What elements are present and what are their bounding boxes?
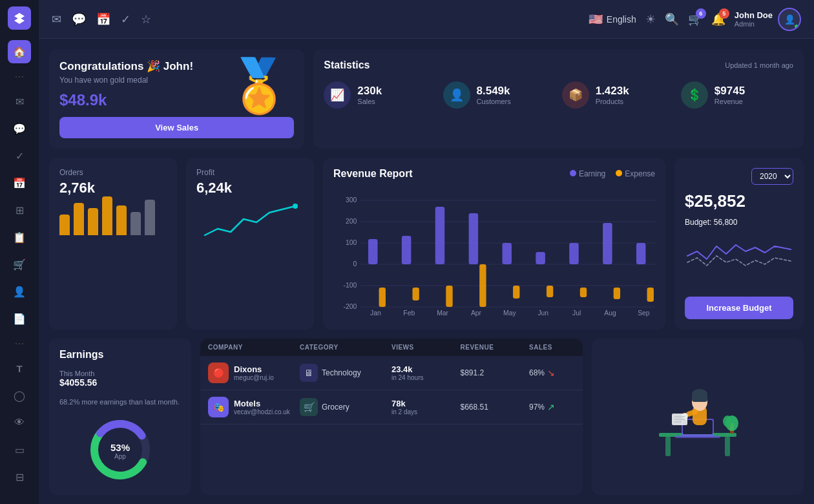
profit-card: Profit 6,24k	[186, 158, 314, 330]
svg-text:0: 0	[353, 260, 357, 268]
sidebar-item-card[interactable]: ▭	[8, 438, 31, 461]
td-category-2: 🛒 Grocery	[300, 398, 391, 416]
view-sales-button[interactable]: View Sales	[59, 117, 294, 138]
category-2-label: Grocery	[322, 403, 350, 412]
sidebar-item-cart[interactable]: 🛒	[8, 253, 31, 276]
stat-sales: 📈 230k Sales	[324, 81, 436, 109]
earnings-note: 68.2% more earnings than last month.	[59, 398, 181, 406]
svg-text:Jul: Jul	[572, 310, 581, 317]
table-row: 🔴 Dixons meguc@ruj.io 🖥 Technology 23.4k…	[200, 356, 583, 390]
svg-rect-48	[675, 436, 720, 438]
td-category-1: 🖥 Technology	[300, 364, 391, 382]
stats-row: 📈 230k Sales 👤 8.549k Customers	[324, 81, 793, 109]
avatar[interactable]: 👤	[778, 8, 801, 31]
user-role: Admin	[735, 20, 773, 28]
sidebar-item-eye[interactable]: 👁	[8, 411, 31, 434]
svg-rect-18	[446, 286, 452, 307]
stats-header: Statistics Updated 1 month ago	[324, 59, 793, 71]
sidebar-item-mail[interactable]: ✉	[8, 90, 31, 113]
star-icon[interactable]: ☆	[141, 12, 151, 26]
earnings-period: This Month	[59, 370, 181, 377]
td-company-1: 🔴 Dixons meguc@ruj.io	[208, 362, 300, 383]
svg-rect-13	[368, 239, 378, 264]
bar-5	[116, 205, 127, 235]
sidebar-item-check[interactable]: ✓	[8, 144, 31, 167]
bar-2	[74, 203, 84, 235]
svg-text:Jan: Jan	[370, 310, 381, 317]
svg-rect-45	[725, 437, 730, 456]
svg-rect-44	[665, 437, 671, 456]
cart-button[interactable]: 🛒 6	[688, 12, 702, 26]
dixons-logo: 🔴	[208, 362, 229, 383]
th-company: COMPANY	[208, 344, 300, 351]
views-main-2: 78k	[391, 399, 461, 408]
increase-budget-button[interactable]: Increase Budget	[685, 297, 793, 319]
motels-logo: 🎭	[208, 397, 229, 417]
svg-point-51	[723, 415, 732, 427]
topbar-nav-icons: ✉ 💬 📅 ✓ ☆	[52, 12, 151, 26]
orders-chart	[59, 203, 167, 235]
table-header: COMPANY CATEGORY VIEWS REVENUE SALES	[200, 339, 583, 356]
td-company-2: 🎭 Motels vecav@hodzi.co.uk	[208, 397, 300, 417]
calendar-icon[interactable]: 📅	[96, 12, 110, 26]
td-revenue-2: $668.51	[461, 403, 530, 412]
trend-up-icon: ↗	[547, 402, 555, 412]
customers-label: Customers	[477, 98, 511, 105]
donut-chart-wrap: 53% App	[59, 417, 181, 485]
budget-sparkline	[685, 233, 793, 272]
svg-text:300: 300	[346, 196, 357, 204]
revenue-icon: 💲	[681, 81, 708, 109]
donut-label: App	[110, 453, 130, 460]
sidebar-item-doc[interactable]: 📋	[8, 226, 31, 249]
revenue-chart: 300 200 100 0 -100 -200	[333, 187, 655, 317]
th-views: VIEWS	[391, 344, 461, 351]
svg-text:-200: -200	[344, 303, 357, 310]
svg-rect-25	[569, 243, 579, 264]
trend-down-icon: ↘	[547, 368, 555, 378]
revenue-card: Revenue Report Earning Expense 300	[323, 158, 665, 330]
sidebar-item-calendar[interactable]: 📅	[8, 171, 31, 194]
bar-6	[130, 212, 141, 235]
customers-value: 8.549k	[477, 85, 511, 98]
row-3: Earnings This Month $4055.56 68.2% more …	[49, 339, 804, 495]
sidebar-item-home[interactable]: 🏠	[8, 40, 31, 63]
svg-point-0	[293, 204, 298, 209]
views-sub-1: in 24 hours	[391, 374, 461, 381]
sidebar-item-grid[interactable]: ⊞	[8, 198, 31, 222]
revenue-title: Revenue Report	[333, 168, 413, 180]
svg-rect-29	[636, 243, 646, 264]
svg-text:100: 100	[346, 239, 357, 246]
svg-rect-20	[479, 264, 486, 307]
sales-pct-2: 97%	[529, 403, 545, 412]
earnings-amount: $4055.56	[59, 377, 181, 388]
chat-icon[interactable]: 💬	[72, 12, 86, 26]
revenue-header: Revenue Report Earning Expense	[333, 168, 655, 180]
sidebar-item-circle[interactable]: ◯	[8, 384, 31, 407]
task-icon[interactable]: ✓	[121, 12, 130, 26]
th-sales: SALES	[529, 344, 575, 351]
sidebar: 🏠 ··· ✉ 💬 ✓ 📅 ⊞ 📋 🛒 👤 📄 ··· T ◯ 👁 ▭ ⊟	[0, 0, 39, 504]
sidebar-item-user[interactable]: 👤	[8, 280, 31, 303]
sidebar-item-text[interactable]: T	[8, 357, 31, 380]
sidebar-item-box[interactable]: ⊟	[8, 465, 31, 488]
language-label: English	[607, 14, 636, 25]
notifications-button[interactable]: 🔔 5	[711, 12, 725, 26]
motels-email: vecav@hodzi.co.uk	[234, 408, 290, 415]
sidebar-item-chat[interactable]: 💬	[8, 117, 31, 140]
svg-text:Aug: Aug	[604, 310, 616, 317]
logo-icon[interactable]	[8, 6, 31, 30]
row-1: Congratulations 🎉 John! You have won gol…	[49, 49, 804, 149]
svg-text:Jun: Jun	[537, 310, 548, 317]
budget-value: 56,800	[714, 218, 738, 227]
mail-icon[interactable]: ✉	[52, 12, 61, 26]
online-indicator	[794, 24, 799, 29]
language-selector[interactable]: 🇺🇸 English	[589, 12, 636, 26]
year-select[interactable]: 2020 2021 2019	[751, 168, 793, 185]
svg-rect-27	[603, 223, 612, 264]
theme-toggle[interactable]: ☀	[645, 12, 656, 26]
products-label: Products	[596, 98, 629, 105]
search-button[interactable]: 🔍	[665, 12, 679, 26]
motels-name: Motels	[234, 399, 290, 408]
orders-value: 2,76k	[59, 180, 167, 196]
sidebar-item-file[interactable]: 📄	[8, 307, 31, 330]
